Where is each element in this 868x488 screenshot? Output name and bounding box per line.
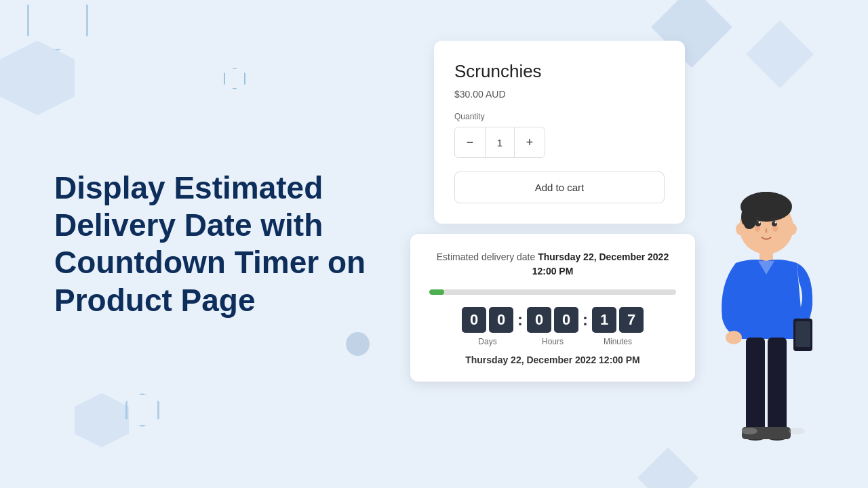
quantity-control: − 1 + xyxy=(454,127,545,158)
deco-hex-bottomleft xyxy=(75,393,129,447)
countdown-days-label: Days xyxy=(478,337,496,346)
quantity-decrease-button[interactable]: − xyxy=(455,127,485,157)
countdown-hours-ones: 0 xyxy=(554,307,578,333)
svg-point-5 xyxy=(787,223,797,235)
product-title: Scrunchies xyxy=(454,61,665,82)
quantity-label: Quantity xyxy=(454,112,665,121)
left-content-area: Display Estimated Delivery Date with Cou… xyxy=(54,169,366,319)
delivery-date-header: Estimated delivery date Thursday 22, Dec… xyxy=(429,250,676,279)
delivery-date-strong: Thursday 22, December 2022 12:00 PM xyxy=(532,251,669,277)
countdown-minutes-group: 1 7 Minutes xyxy=(592,307,644,346)
product-card: Scrunchies $30.00 AUD Quantity − 1 + Add… xyxy=(434,41,685,224)
countdown-separator-1: : xyxy=(517,310,523,329)
countdown-days-group: 0 0 Days xyxy=(462,307,513,346)
svg-rect-17 xyxy=(746,338,765,432)
person-svg xyxy=(698,163,834,488)
svg-rect-18 xyxy=(768,338,787,432)
deco-diamond-bottomright xyxy=(637,447,698,488)
deco-circle-midleft xyxy=(346,332,370,356)
countdown-days-ones: 0 xyxy=(489,307,513,333)
countdown-minutes-digits: 1 7 xyxy=(592,307,644,333)
quantity-value: 1 xyxy=(485,127,515,157)
countdown-minutes-ones: 7 xyxy=(619,307,644,333)
main-heading: Display Estimated Delivery Date with Cou… xyxy=(54,169,366,319)
svg-point-24 xyxy=(741,428,757,434)
svg-rect-15 xyxy=(795,321,810,347)
add-to-cart-button[interactable]: Add to cart xyxy=(454,171,665,203)
progress-bar-container xyxy=(429,289,676,295)
person-illustration xyxy=(698,163,834,488)
deco-diamond-topright2 xyxy=(746,20,814,88)
svg-point-10 xyxy=(759,222,761,224)
deco-hex-outline-bottomleft xyxy=(125,393,159,427)
countdown-hours-group: 0 0 Hours xyxy=(527,307,578,346)
quantity-increase-button[interactable]: + xyxy=(515,127,545,157)
countdown-days-digits: 0 0 xyxy=(462,307,513,333)
deco-hex-topleft xyxy=(0,41,75,115)
countdown-hours-digits: 0 0 xyxy=(527,307,578,333)
countdown-separator-2: : xyxy=(583,310,588,329)
countdown-minutes-label: Minutes xyxy=(604,337,632,346)
product-price: $30.00 AUD xyxy=(454,89,665,100)
deco-hex-outline-mid xyxy=(224,68,245,89)
svg-point-3 xyxy=(746,192,787,212)
delivery-date-bottom: Thursday 22, December 2022 12:00 PM xyxy=(429,354,676,365)
countdown-container: 0 0 Days : 0 0 Hours : 1 7 Minutes xyxy=(429,307,676,346)
delivery-card: Estimated delivery date Thursday 22, Dec… xyxy=(410,234,695,382)
svg-point-16 xyxy=(726,331,742,344)
svg-point-11 xyxy=(775,222,777,224)
svg-point-23 xyxy=(789,428,805,434)
countdown-minutes-tens: 1 xyxy=(592,307,616,333)
progress-bar-fill xyxy=(429,289,444,295)
svg-rect-22 xyxy=(764,427,791,439)
svg-point-4 xyxy=(736,223,745,235)
countdown-hours-tens: 0 xyxy=(527,307,551,333)
countdown-hours-label: Hours xyxy=(542,337,564,346)
countdown-days-tens: 0 xyxy=(462,307,486,333)
